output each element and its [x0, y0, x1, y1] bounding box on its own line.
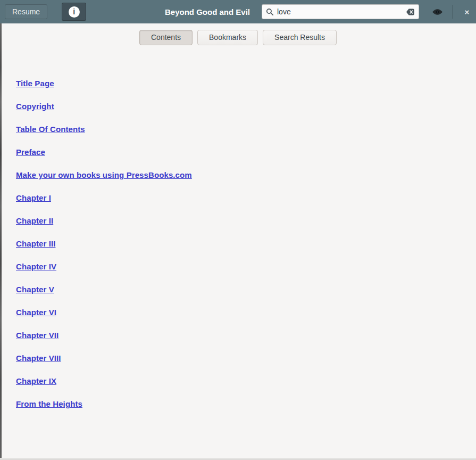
toc-link-chapter-1[interactable]: Chapter I	[16, 192, 51, 204]
toc-link-chapter-8[interactable]: Chapter VIII	[16, 352, 61, 364]
clear-search-button[interactable]	[406, 9, 415, 15]
clear-search-icon	[406, 9, 415, 15]
toc-link-chapter-7[interactable]: Chapter VII	[16, 330, 59, 341]
toc-link-from-the-heights[interactable]: From the Heights	[16, 398, 82, 410]
toc-link-pressbooks[interactable]: Make your own books using PressBooks.com	[16, 169, 192, 181]
info-icon: i	[69, 6, 80, 18]
header-bar: Resume i Beyond Good and Evil	[0, 0, 476, 23]
ebook-reader-window: Resume i Beyond Good and Evil	[0, 0, 476, 460]
toc-link-chapter-2[interactable]: Chapter II	[16, 215, 53, 227]
search-icon	[266, 8, 274, 16]
resume-button[interactable]: Resume	[5, 4, 47, 19]
eye-icon	[432, 9, 443, 15]
header-separator	[452, 5, 453, 19]
toc-link-chapter-9[interactable]: Chapter IX	[16, 375, 56, 387]
toc-link-copyright[interactable]: Copyright	[16, 101, 54, 112]
tab-search-results[interactable]: Search Results	[263, 30, 337, 45]
search-box[interactable]	[262, 4, 419, 19]
view-switcher: Contents Bookmarks Search Results	[0, 23, 476, 45]
toc-link-chapter-6[interactable]: Chapter VI	[16, 307, 56, 318]
toc-link-chapter-4[interactable]: Chapter IV	[16, 261, 56, 273]
toc-link-table-of-contents[interactable]: Table Of Contents	[16, 124, 85, 135]
toc-link-title-page[interactable]: Title Page	[16, 78, 54, 89]
toc-link-preface[interactable]: Preface	[16, 146, 45, 158]
tab-contents[interactable]: Contents	[139, 30, 193, 45]
toc-link-chapter-5[interactable]: Chapter V	[16, 284, 54, 295]
table-of-contents: Title Page Copyright Table Of Contents P…	[0, 45, 476, 410]
window-left-edge	[0, 23, 2, 458]
night-mode-button[interactable]	[427, 3, 448, 21]
info-button[interactable]: i	[62, 3, 86, 21]
close-button[interactable]: ×	[456, 3, 476, 21]
contents-panel: Contents Bookmarks Search Results Title …	[0, 23, 476, 410]
tab-bookmarks[interactable]: Bookmarks	[197, 30, 258, 45]
search-input[interactable]	[277, 7, 403, 16]
toc-link-chapter-3[interactable]: Chapter III	[16, 238, 55, 250]
